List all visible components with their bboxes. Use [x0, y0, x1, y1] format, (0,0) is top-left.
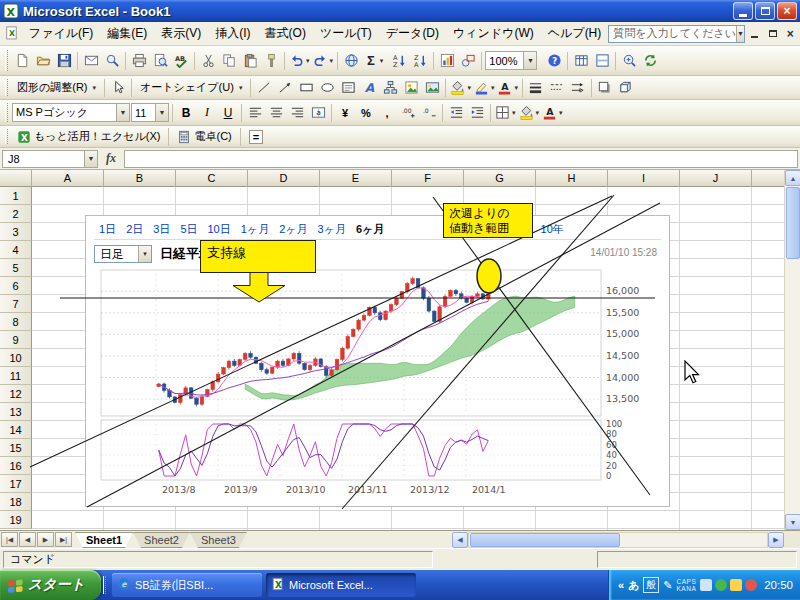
- row-header[interactable]: 8: [0, 313, 32, 331]
- undo-icon[interactable]: ▾: [288, 51, 311, 71]
- column-header[interactable]: B: [104, 170, 176, 187]
- mail-icon[interactable]: [81, 51, 101, 71]
- font-color-icon[interactable]: A▾: [541, 103, 564, 123]
- autoshapes-button[interactable]: オートシェイプ(U)▾: [135, 78, 247, 98]
- row-header[interactable]: 9: [0, 331, 32, 349]
- font-color-icon[interactable]: A▾: [496, 78, 519, 98]
- row-header[interactable]: 18: [0, 493, 32, 511]
- line-icon[interactable]: [254, 78, 274, 98]
- column-header[interactable]: D: [248, 170, 320, 187]
- hyperlink-icon[interactable]: [341, 51, 361, 71]
- align-center-icon[interactable]: [266, 103, 286, 123]
- tray-icon-1[interactable]: [700, 579, 712, 591]
- row-header[interactable]: 16: [0, 457, 32, 475]
- rectangle-icon[interactable]: [296, 78, 316, 98]
- minimize-button[interactable]: [733, 2, 753, 20]
- fill-color-icon[interactable]: ▾: [449, 78, 472, 98]
- row-header[interactable]: 1: [0, 187, 32, 205]
- currency-icon[interactable]: ¥: [335, 103, 355, 123]
- format-painter-icon[interactable]: [261, 51, 281, 71]
- ime-conversion-mode[interactable]: 般: [643, 577, 659, 593]
- font-size-combo[interactable]: 11 ▼: [131, 103, 169, 122]
- toolbar-handle[interactable]: [5, 129, 8, 145]
- toolbar-extra-icon-4[interactable]: [640, 51, 660, 71]
- zoom-combo[interactable]: 100% ▼: [485, 51, 537, 70]
- motto-excel-button[interactable]: Xもっと活用！エクセル(X): [12, 127, 165, 147]
- horizontal-scrollbar[interactable]: ◀ ▶: [452, 532, 784, 548]
- toolbar-handle[interactable]: [5, 50, 8, 72]
- arrow-style-icon[interactable]: [568, 78, 588, 98]
- 3d-style-icon[interactable]: [616, 78, 636, 98]
- redo-icon[interactable]: ▾: [312, 51, 335, 71]
- toolbar-extra-icon-1[interactable]: [571, 51, 591, 71]
- save-icon[interactable]: [54, 51, 74, 71]
- draw-adjust-button[interactable]: 図形の調整(R)▾: [12, 78, 101, 98]
- tray-icon-3[interactable]: [730, 579, 742, 591]
- column-header[interactable]: J: [680, 170, 752, 187]
- toolbar-handle[interactable]: [5, 103, 8, 122]
- decrease-indent-icon[interactable]: [446, 103, 466, 123]
- column-header[interactable]: G: [464, 170, 536, 187]
- align-left-icon[interactable]: [245, 103, 265, 123]
- row-header[interactable]: 11: [0, 367, 32, 385]
- fill-color-icon[interactable]: ▾: [518, 103, 541, 123]
- task-browser[interactable]: eSB証券(旧SBI...: [112, 573, 262, 597]
- diagram-icon[interactable]: [380, 78, 400, 98]
- column-header[interactable]: E: [320, 170, 392, 187]
- next-sheet-icon[interactable]: ▶: [37, 532, 54, 547]
- bold-icon[interactable]: B: [176, 103, 196, 123]
- question-box[interactable]: 質問を入力してください ▼: [608, 25, 745, 43]
- vertical-scroll-thumb[interactable]: [786, 187, 800, 259]
- title-bar[interactable]: X Microsoft Excel - Book1 ×: [0, 0, 800, 22]
- toolbar-extra-icon-2[interactable]: [592, 51, 612, 71]
- equals-button[interactable]: =: [244, 127, 268, 147]
- underline-icon[interactable]: U: [218, 103, 238, 123]
- print-icon[interactable]: [129, 51, 149, 71]
- picture-icon[interactable]: [422, 78, 442, 98]
- workbook-restore-button[interactable]: [765, 26, 781, 41]
- formula-input[interactable]: [124, 150, 798, 168]
- open-icon[interactable]: [33, 51, 53, 71]
- start-button[interactable]: スタート: [0, 570, 101, 600]
- select-pointer-icon[interactable]: [108, 78, 128, 98]
- price-range-callout[interactable]: 次週よりの 値動き範囲: [443, 203, 533, 238]
- row-header[interactable]: 10: [0, 349, 32, 367]
- autosum-icon[interactable]: Σ▾: [362, 51, 388, 71]
- support-line-callout[interactable]: 支持線: [200, 240, 316, 273]
- menu-item[interactable]: 挿入(I): [208, 22, 257, 45]
- help-icon[interactable]: ?: [544, 51, 564, 71]
- borders-icon[interactable]: ▾: [494, 103, 517, 123]
- toolbar-extra-icon-3[interactable]: [619, 51, 639, 71]
- spelling-icon[interactable]: AB: [171, 51, 191, 71]
- column-header[interactable]: C: [176, 170, 248, 187]
- workbook-minimize-button[interactable]: [747, 26, 763, 41]
- row-header[interactable]: 17: [0, 475, 32, 493]
- line-style-icon[interactable]: [526, 78, 546, 98]
- column-header[interactable]: I: [608, 170, 680, 187]
- row-header[interactable]: 13: [0, 403, 32, 421]
- percent-icon[interactable]: %: [356, 103, 376, 123]
- row-header[interactable]: 2: [0, 205, 32, 223]
- toolbar-handle[interactable]: [5, 79, 8, 96]
- menu-item[interactable]: データ(D): [379, 22, 446, 45]
- tray-icon-4[interactable]: [745, 579, 757, 591]
- clipart-icon[interactable]: [401, 78, 421, 98]
- stock-chart-object[interactable]: 1日2日3日5日10日1ヶ月2ヶ月3ヶ月6ヶ月3年5年10年 日足 ▼ 日経平均…: [85, 215, 670, 507]
- increase-indent-icon[interactable]: [467, 103, 487, 123]
- ime-pencil-icon[interactable]: ✎: [663, 579, 672, 592]
- shadow-style-icon[interactable]: [595, 78, 615, 98]
- copy-icon[interactable]: [219, 51, 239, 71]
- new-workbook-icon[interactable]: [12, 51, 32, 71]
- column-header[interactable]: A: [32, 170, 104, 187]
- ime-input-mode[interactable]: あ: [628, 578, 639, 593]
- sort-descending-icon[interactable]: ZA: [410, 51, 430, 71]
- merge-center-icon[interactable]: a: [308, 103, 328, 123]
- dash-style-icon[interactable]: [547, 78, 567, 98]
- arrow-icon[interactable]: [275, 78, 295, 98]
- workbook-close-button[interactable]: ×: [782, 26, 798, 41]
- textbox-icon[interactable]: [338, 78, 358, 98]
- name-box[interactable]: J8 ▼: [2, 150, 98, 168]
- row-header[interactable]: 12: [0, 385, 32, 403]
- font-name-combo[interactable]: MS Pゴシック ▼: [12, 103, 130, 122]
- row-header[interactable]: 4: [0, 241, 32, 259]
